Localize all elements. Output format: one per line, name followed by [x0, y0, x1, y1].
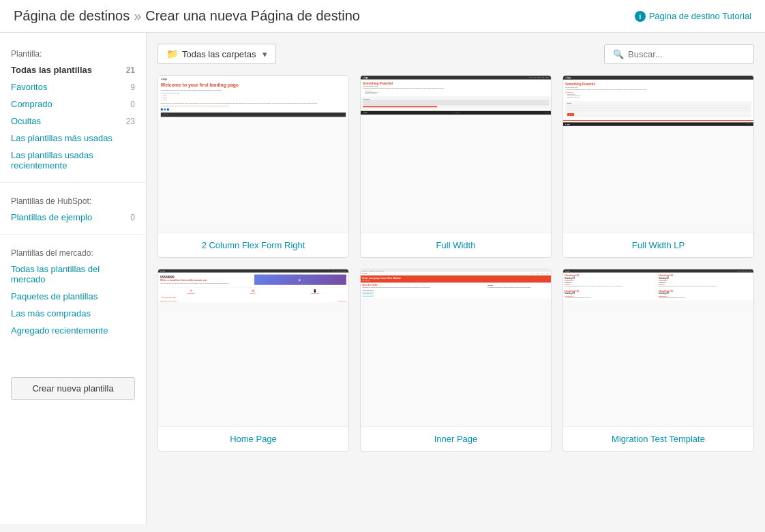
- sidebar-favoritos-count: 9: [130, 83, 135, 92]
- content-area: 📁 Todas las carpetas ▾ 🔍 ● logo Welcome …: [147, 33, 765, 524]
- sidebar-mas-usadas-label: Las plantillas más usadas: [11, 133, 112, 143]
- template-label-5: Inner Page: [361, 426, 551, 451]
- template-card-1[interactable]: ● logo Welcome to your first landing pag…: [158, 75, 349, 258]
- content-toolbar: 📁 Todas las carpetas ▾ 🔍: [158, 44, 754, 64]
- sidebar-item-todas-mercado[interactable]: Todas las plantillas del mercado: [0, 261, 146, 288]
- template-preview-5: breadcrumb · navigation · sample · bread…: [361, 269, 551, 426]
- sidebar-item-paquetes[interactable]: Paquetes de plantillas: [0, 288, 146, 305]
- template-label-3: Full Width LP: [563, 233, 753, 257]
- sidebar-todas-count: 21: [126, 65, 135, 75]
- sidebar-item-comprado[interactable]: Comprado 0: [0, 95, 146, 113]
- help-text: Página de destino Tutorial: [649, 11, 751, 21]
- sidebar-item-ocultas[interactable]: Ocultas 23: [0, 113, 146, 130]
- info-icon: i: [635, 11, 646, 22]
- sidebar-item-mas-compradas[interactable]: Las más compradas: [0, 305, 146, 322]
- top-bar: Página de destinos » Crear una nueva Pág…: [0, 0, 765, 33]
- help-link[interactable]: i Página de destino Tutorial: [635, 11, 751, 22]
- sidebar-agregado-label: Agregado recientemente: [11, 325, 108, 336]
- sidebar-ejemplos-label: Plantillas de ejemplo: [11, 212, 92, 222]
- sidebar-usadas-reciente-label: Las plantillas usadas recientemente: [11, 150, 135, 171]
- sidebar-item-todas[interactable]: Todas las plantillas 21: [0, 61, 146, 78]
- sidebar-plantilla-label: Plantilla:: [0, 44, 146, 61]
- sidebar-ocultas-count: 23: [126, 117, 135, 126]
- sidebar-ocultas-label: Ocultas: [11, 116, 41, 126]
- sidebar-ejemplos-count: 0: [130, 213, 135, 222]
- sidebar-comprado-count: 0: [130, 100, 135, 109]
- template-card-3[interactable]: ● logo Something Powerful Tell The Reade…: [562, 75, 754, 258]
- template-label-2: Full Width: [361, 233, 551, 257]
- template-card-6[interactable]: ● logo Home · About · Blog · Contact Hea…: [562, 269, 754, 452]
- template-preview-2: ● logo HomeAboutServicesBlogContact Some…: [361, 76, 551, 233]
- sidebar-item-ejemplos[interactable]: Plantillas de ejemplo 0: [0, 209, 146, 226]
- templates-grid: ● logo Welcome to your first landing pag…: [158, 75, 754, 452]
- search-box: 🔍: [604, 44, 754, 64]
- template-card-4[interactable]: ● logo Home · About · Blog · Contact 999…: [158, 269, 349, 452]
- template-card-5[interactable]: breadcrumb · navigation · sample · bread…: [360, 269, 552, 452]
- template-preview-3: ● logo Something Powerful Tell The Reade…: [563, 76, 753, 233]
- sidebar-item-agregado[interactable]: Agregado recientemente: [0, 322, 146, 339]
- template-preview-6: ● logo Home · About · Blog · Contact Hea…: [563, 269, 753, 426]
- sidebar-todas-mercado-label: Todas las plantillas del mercado: [11, 264, 135, 284]
- sidebar-favoritos-label: Favoritos: [11, 82, 47, 92]
- chevron-down-icon: ▾: [262, 49, 267, 59]
- breadcrumb-parent[interactable]: Página de destinos: [14, 8, 130, 24]
- folder-selector[interactable]: 📁 Todas las carpetas ▾: [158, 44, 276, 64]
- sidebar-hubspot-label: Plantillas de HubSpot:: [0, 191, 146, 209]
- template-label-6: Migration Test Template: [563, 426, 753, 451]
- template-label-1: 2 Column Flex Form Right: [158, 233, 348, 257]
- sidebar-item-usadas-recientemente[interactable]: Las plantillas usadas recientemente: [0, 147, 146, 174]
- sidebar-mercado-label: Plantillas del mercado:: [0, 243, 146, 261]
- folder-label: Todas las carpetas: [182, 49, 256, 59]
- template-label-4: Home Page: [158, 426, 348, 451]
- sidebar-divider-1: [0, 182, 146, 183]
- sidebar-divider-2: [0, 234, 146, 235]
- template-preview-4: ● logo Home · About · Blog · Contact 999…: [158, 269, 348, 426]
- sidebar-todas-label: Todas las plantillas: [11, 65, 92, 75]
- main-layout: Plantilla: Todas las plantillas 21 Favor…: [0, 33, 765, 524]
- search-icon: 🔍: [613, 49, 624, 59]
- folder-icon: 📁: [166, 48, 178, 59]
- create-template-button[interactable]: Crear nueva plantilla: [11, 377, 135, 400]
- sidebar-paquetes-label: Paquetes de plantillas: [11, 291, 97, 301]
- template-preview-1: ● logo Welcome to your first landing pag…: [158, 76, 348, 233]
- sidebar-mas-compradas-label: Las más compradas: [11, 308, 91, 319]
- sidebar-item-mas-usadas[interactable]: Las plantillas más usadas: [0, 130, 146, 147]
- breadcrumb: Página de destinos » Crear una nueva Pág…: [14, 8, 360, 24]
- template-card-2[interactable]: ● logo HomeAboutServicesBlogContact Some…: [360, 75, 552, 258]
- sidebar: Plantilla: Todas las plantillas 21 Favor…: [0, 33, 147, 524]
- breadcrumb-current: Crear una nueva Página de destino: [145, 8, 360, 24]
- sidebar-comprado-label: Comprado: [11, 99, 52, 109]
- sidebar-item-favoritos[interactable]: Favoritos 9: [0, 78, 146, 95]
- breadcrumb-separator: »: [134, 8, 141, 24]
- search-input[interactable]: [628, 49, 745, 59]
